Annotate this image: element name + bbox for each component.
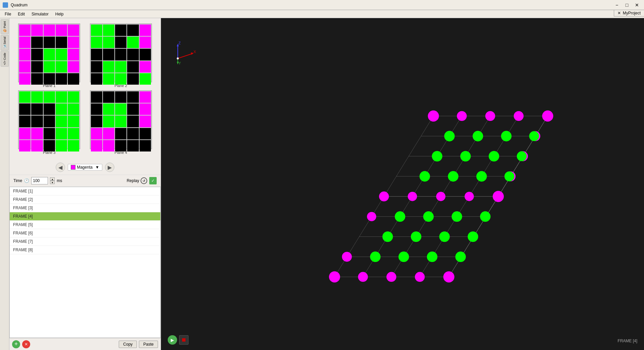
cell-4-8[interactable] xyxy=(127,103,139,115)
cell-2-17[interactable] xyxy=(115,61,126,73)
cell-2-11[interactable] xyxy=(103,49,114,60)
frame-item-2[interactable]: FRAME [2] xyxy=(10,195,160,204)
cell-1-14[interactable] xyxy=(68,49,79,60)
cell-3-14[interactable] xyxy=(68,116,79,127)
cell-3-19[interactable] xyxy=(68,128,79,139)
plane-1-grid[interactable] xyxy=(18,24,80,82)
cell-4-11[interactable] xyxy=(103,116,114,127)
cell-2-14[interactable] xyxy=(140,49,151,60)
cell-4-6[interactable] xyxy=(103,103,114,115)
cell-3-6[interactable] xyxy=(31,103,43,115)
cell-3-2[interactable] xyxy=(44,91,55,103)
cell-1-16[interactable] xyxy=(31,61,43,73)
cell-2-8[interactable] xyxy=(127,37,139,48)
cell-1-19[interactable] xyxy=(68,61,79,73)
cell-2-2[interactable] xyxy=(115,25,126,36)
cell-2-15[interactable] xyxy=(91,61,102,73)
cell-2-22[interactable] xyxy=(115,73,126,85)
confirm-button[interactable]: ✓ xyxy=(149,177,157,184)
cell-2-24[interactable] xyxy=(140,73,151,85)
cell-4-9[interactable] xyxy=(140,103,151,115)
cell-1-15[interactable] xyxy=(19,61,31,73)
plane-3-grid[interactable] xyxy=(18,90,80,149)
cell-2-9[interactable] xyxy=(140,37,151,48)
maximize-button[interactable]: □ xyxy=(623,2,631,8)
cell-2-1[interactable] xyxy=(103,25,114,36)
frame-item-3[interactable]: FRAME [3] xyxy=(10,204,160,212)
cell-4-20[interactable] xyxy=(91,140,102,151)
cell-3-11[interactable] xyxy=(31,116,43,127)
time-decrement[interactable]: ▼ xyxy=(50,181,55,184)
cell-1-18[interactable] xyxy=(56,61,67,73)
cell-4-1[interactable] xyxy=(103,91,114,103)
cell-4-17[interactable] xyxy=(115,128,126,139)
cell-3-4[interactable] xyxy=(68,91,79,103)
cell-4-13[interactable] xyxy=(127,116,139,127)
cell-2-12[interactable] xyxy=(115,49,126,60)
cell-2-23[interactable] xyxy=(127,73,139,85)
sidebar-tab-serial[interactable]: 📡 Serial xyxy=(1,35,9,50)
project-tab-close[interactable]: ✕ xyxy=(618,11,621,15)
cell-3-10[interactable] xyxy=(19,116,31,127)
cell-3-0[interactable] xyxy=(19,91,31,103)
time-increment[interactable]: ▲ xyxy=(50,177,55,181)
plane-2-grid[interactable] xyxy=(90,24,152,82)
next-button[interactable]: ▶ xyxy=(105,163,114,172)
cell-4-0[interactable] xyxy=(91,91,102,103)
cell-3-15[interactable] xyxy=(19,128,31,139)
frame-item-4[interactable]: FRAME [4] xyxy=(10,212,160,221)
play-button[interactable]: ▶ xyxy=(168,335,177,345)
close-button[interactable]: ✕ xyxy=(633,2,641,8)
cell-2-7[interactable] xyxy=(115,37,126,48)
color-dropdown[interactable]: Magenta ▼ xyxy=(68,164,102,171)
cell-1-22[interactable] xyxy=(44,73,55,85)
stop-button[interactable] xyxy=(179,335,189,345)
cell-4-22[interactable] xyxy=(115,140,126,151)
cell-1-8[interactable] xyxy=(56,37,67,48)
cell-2-16[interactable] xyxy=(103,61,114,73)
cell-4-15[interactable] xyxy=(91,128,102,139)
minimize-button[interactable]: − xyxy=(612,2,621,8)
cell-1-3[interactable] xyxy=(56,25,67,36)
cell-1-24[interactable] xyxy=(68,73,79,85)
cell-2-18[interactable] xyxy=(127,61,139,73)
frame-item-7[interactable]: FRAME [7] xyxy=(10,237,160,246)
cell-3-16[interactable] xyxy=(31,128,43,139)
prev-button[interactable]: ◀ xyxy=(56,163,65,172)
cell-3-23[interactable] xyxy=(56,140,67,151)
cell-1-1[interactable] xyxy=(31,25,43,36)
cell-4-24[interactable] xyxy=(140,140,151,151)
cell-3-22[interactable] xyxy=(44,140,55,151)
cell-3-3[interactable] xyxy=(56,91,67,103)
cell-4-3[interactable] xyxy=(127,91,139,103)
menu-file[interactable]: File xyxy=(1,10,14,18)
copy-button[interactable]: Copy xyxy=(119,341,137,348)
add-frame-button[interactable]: + xyxy=(12,340,20,348)
cell-1-20[interactable] xyxy=(19,73,31,85)
cell-2-0[interactable] xyxy=(91,25,102,36)
cell-2-4[interactable] xyxy=(140,25,151,36)
cell-2-13[interactable] xyxy=(127,49,139,60)
cell-2-20[interactable] xyxy=(91,73,102,85)
frame-item-6[interactable]: FRAME [6] xyxy=(10,229,160,237)
cell-1-4[interactable] xyxy=(68,25,79,36)
delete-frame-button[interactable]: ✕ xyxy=(22,340,30,348)
cell-4-12[interactable] xyxy=(115,116,126,127)
cell-1-10[interactable] xyxy=(19,49,31,60)
menu-edit[interactable]: Edit xyxy=(14,10,28,18)
cell-3-20[interactable] xyxy=(19,140,31,151)
cell-1-21[interactable] xyxy=(31,73,43,85)
cell-3-17[interactable] xyxy=(44,128,55,139)
cell-1-11[interactable] xyxy=(31,49,43,60)
cell-3-18[interactable] xyxy=(56,128,67,139)
cell-3-21[interactable] xyxy=(31,140,43,151)
cell-4-19[interactable] xyxy=(140,128,151,139)
cell-1-7[interactable] xyxy=(44,37,55,48)
menu-help[interactable]: Help xyxy=(52,10,67,18)
cell-1-13[interactable] xyxy=(56,49,67,60)
cell-4-14[interactable] xyxy=(140,116,151,127)
cell-4-4[interactable] xyxy=(140,91,151,103)
cell-1-2[interactable] xyxy=(44,25,55,36)
cell-1-9[interactable] xyxy=(68,37,79,48)
cell-3-5[interactable] xyxy=(19,103,31,115)
